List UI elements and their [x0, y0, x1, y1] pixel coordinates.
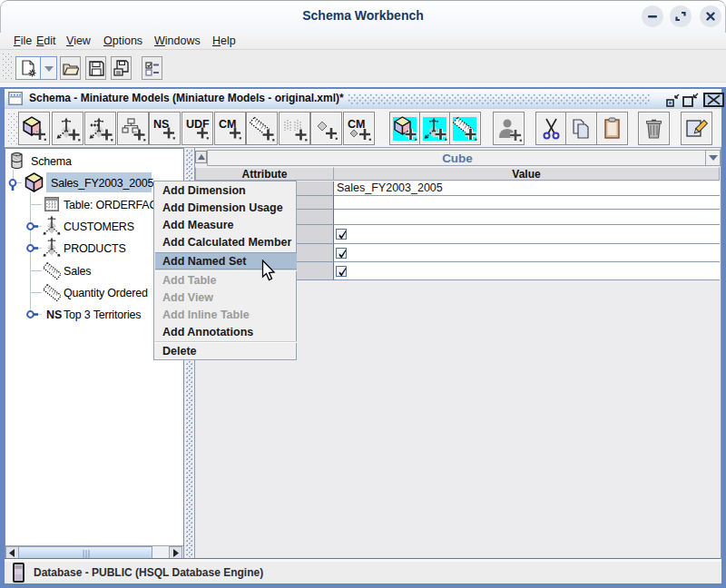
- svg-text:UDF: UDF: [186, 118, 210, 131]
- svg-text:CM: CM: [348, 118, 365, 131]
- svg-text:NS: NS: [46, 309, 62, 321]
